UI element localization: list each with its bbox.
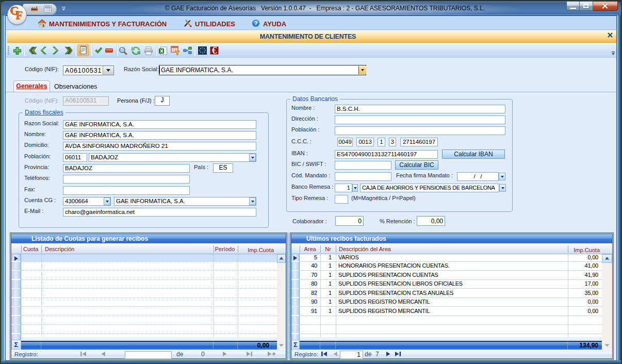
svg-text:€: € (212, 46, 217, 55)
svg-text:?: ? (254, 20, 258, 26)
